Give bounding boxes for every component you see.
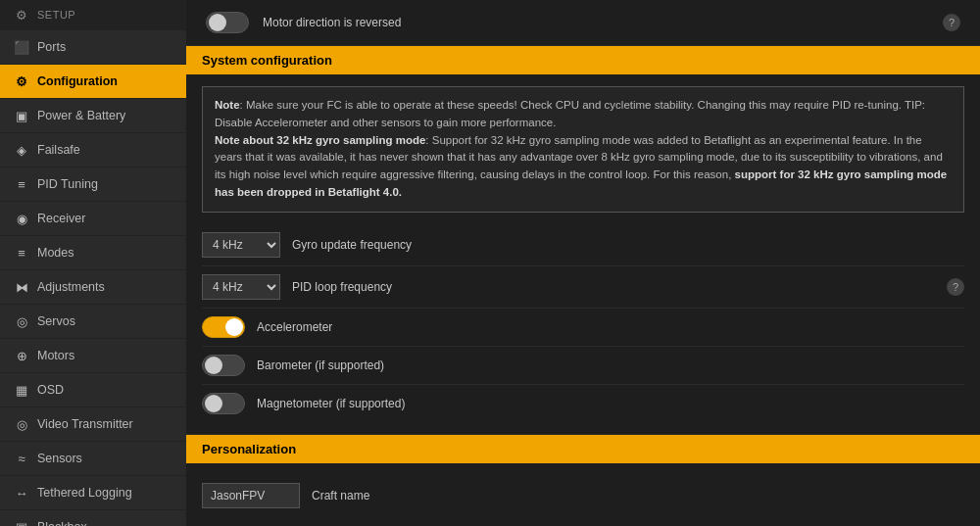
warning-note-text: : Make sure your FC is able to operate a… [215,99,925,128]
sidebar-item-receiver[interactable]: ◉Receiver [0,202,186,236]
craft-name-input[interactable] [202,483,300,508]
pid-freq-select[interactable]: 4 kHz 8 kHz 1 kHz 2 kHz [202,274,280,300]
sidebar-label-receiver: Receiver [37,212,85,225]
sidebar-item-pid-tuning[interactable]: ≡PID Tuning [0,167,186,202]
sidebar-item-motors[interactable]: ⊕Motors [0,339,186,373]
sidebar-item-osd[interactable]: ▦OSD [0,373,186,407]
warning-note-bold: Note [215,99,240,111]
barometer-label: Barometer (if supported) [257,359,384,372]
warning-box: Note: Make sure your FC is able to opera… [202,86,964,213]
sensors-icon: ≈ [14,451,29,466]
modes-icon: ≡ [14,245,29,261]
sidebar-label-failsafe: Failsafe [37,143,80,157]
sidebar-item-power-battery[interactable]: ▣Power & Battery [0,99,186,133]
pid-freq-help-icon[interactable]: ? [947,278,964,296]
warning-32khz-bold: Note about 32 kHz gyro sampling mode [215,134,425,146]
configuration-icon: ⚙ [14,73,29,89]
setup-icon: ⚙ [14,7,29,23]
sidebar-item-tethered-logging[interactable]: ↔Tethered Logging [0,476,186,510]
sidebar-label-sensors: Sensors [37,452,82,465]
gyro-freq-label: Gyro update frequency [292,238,412,252]
system-config-content: Note: Make sure your FC is able to opera… [186,74,980,435]
craft-name-label: Craft name [312,489,369,502]
magnetometer-label: Magnetometer (if supported) [257,397,405,410]
sidebar-label-power-battery: Power & Battery [37,109,125,122]
magnetometer-toggle[interactable] [202,393,245,414]
failsafe-icon: ◈ [14,142,29,158]
warning-32khz-bold-end: support for 32 kHz gyro sampling mode ha… [215,168,947,198]
sidebar-item-ports[interactable]: ⬛Ports [0,30,186,65]
accelerometer-row: Accelerometer [202,309,964,347]
system-config-header: System configuration [186,46,980,74]
sidebar: ⚙Setup⬛Ports⚙Configuration▣Power & Batte… [0,0,186,526]
sidebar-label-ports: Ports [37,40,66,54]
receiver-icon: ◉ [14,211,29,226]
motor-direction-help-icon[interactable]: ? [943,14,960,31]
sidebar-label-osd: OSD [37,383,64,397]
video-transmitter-icon: ◎ [14,416,29,432]
accelerometer-toggle[interactable] [202,316,245,338]
sidebar-item-video-transmitter[interactable]: ◎Video Transmitter [0,407,186,442]
pid-freq-label: PID loop frequency [292,280,392,294]
sidebar-item-setup: ⚙Setup [0,0,186,30]
magnetometer-row: Magnetometer (if supported) [202,385,964,422]
sidebar-item-servos[interactable]: ◎Servos [0,305,186,339]
sidebar-label-tethered-logging: Tethered Logging [37,486,132,500]
sidebar-label-motors: Motors [37,349,74,362]
gyro-freq-row: 4 kHz 8 kHz 1 kHz 2 kHz Gyro update freq… [202,224,964,266]
sidebar-item-modes[interactable]: ≡Modes [0,236,186,270]
main-content: Motor direction is reversed ? System con… [186,0,980,526]
gyro-freq-select[interactable]: 4 kHz 8 kHz 1 kHz 2 kHz [202,232,280,258]
sidebar-label-pid-tuning: PID Tuning [37,177,98,191]
barometer-toggle[interactable] [202,355,245,376]
servos-icon: ◎ [14,313,29,329]
sidebar-label-modes: Modes [37,246,74,260]
sidebar-label-configuration: Configuration [37,74,118,88]
sidebar-item-failsafe[interactable]: ◈Failsafe [0,133,186,167]
motor-direction-row: Motor direction is reversed ? [186,0,980,46]
barometer-row: Barometer (if supported) [202,347,964,385]
accelerometer-label: Accelerometer [257,320,332,334]
sidebar-item-configuration[interactable]: ⚙Configuration [0,65,186,99]
tethered-logging-icon: ↔ [14,485,29,501]
sidebar-label-servos: Servos [37,314,75,328]
craft-name-row: Craft name [202,475,964,516]
motors-icon: ⊕ [14,348,29,363]
osd-icon: ▦ [14,382,29,398]
sidebar-label-video-transmitter: Video Transmitter [37,417,133,431]
sidebar-label-adjustments: Adjustments [37,280,105,294]
blackbox-icon: ▣ [14,519,29,526]
pid-freq-row: 4 kHz 8 kHz 1 kHz 2 kHz PID loop frequen… [202,266,964,309]
sidebar-item-adjustments[interactable]: ⧓Adjustments [0,270,186,305]
personalization-header: Personalization [186,435,980,463]
pid-tuning-icon: ≡ [14,176,29,192]
motor-direction-label: Motor direction is reversed [263,16,401,29]
sidebar-label-setup: Setup [37,9,75,21]
power-battery-icon: ▣ [14,108,29,123]
ports-icon: ⬛ [14,39,29,55]
adjustments-icon: ⧓ [14,279,29,295]
personalization-content: Craft name [186,463,980,526]
sidebar-item-sensors[interactable]: ≈Sensors [0,442,186,476]
sidebar-label-blackbox: Blackbox [37,520,87,526]
sidebar-item-blackbox[interactable]: ▣Blackbox [0,510,186,526]
motor-direction-toggle[interactable] [206,12,249,33]
